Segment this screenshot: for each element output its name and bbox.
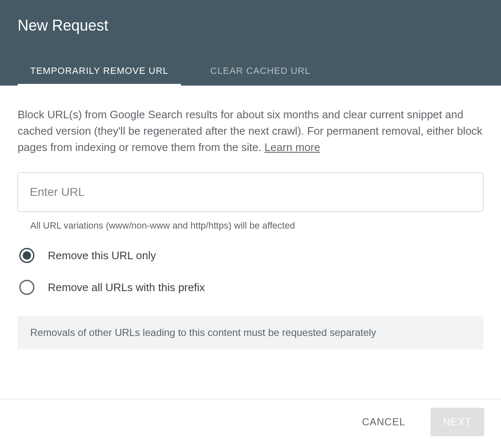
dialog-footer: CANCEL NEXT [0,399,501,448]
dialog-header: New Request TEMPORARILY REMOVE URL CLEAR… [0,0,501,86]
info-box: Removals of other URLs leading to this c… [18,316,483,349]
radio-dot-icon [23,251,31,260]
cancel-button[interactable]: CANCEL [350,408,418,436]
url-input[interactable] [18,172,483,212]
description-body: Block URL(s) from Google Search results … [18,108,483,154]
radio-remove-this-url[interactable]: Remove this URL only [18,248,483,263]
learn-more-link[interactable]: Learn more [264,141,320,154]
dialog-title: New Request [18,17,483,34]
tab-temporarily-remove[interactable]: TEMPORARILY REMOVE URL [18,60,181,86]
url-helper-text: All URL variations (www/non-www and http… [30,220,483,231]
radio-remove-prefix[interactable]: Remove all URLs with this prefix [18,280,483,295]
radio-icon [19,248,34,263]
radio-icon [19,280,34,295]
removal-scope-radio-group: Remove this URL only Remove all URLs wit… [18,248,483,295]
radio-label: Remove this URL only [48,249,156,262]
radio-label: Remove all URLs with this prefix [48,281,205,294]
new-request-dialog: New Request TEMPORARILY REMOVE URL CLEAR… [0,0,501,448]
dialog-content: Block URL(s) from Google Search results … [0,86,501,399]
tab-clear-cached[interactable]: CLEAR CACHED URL [198,60,323,86]
tab-bar: TEMPORARILY REMOVE URL CLEAR CACHED URL [18,60,483,86]
description-text: Block URL(s) from Google Search results … [18,107,483,156]
next-button[interactable]: NEXT [431,408,484,436]
